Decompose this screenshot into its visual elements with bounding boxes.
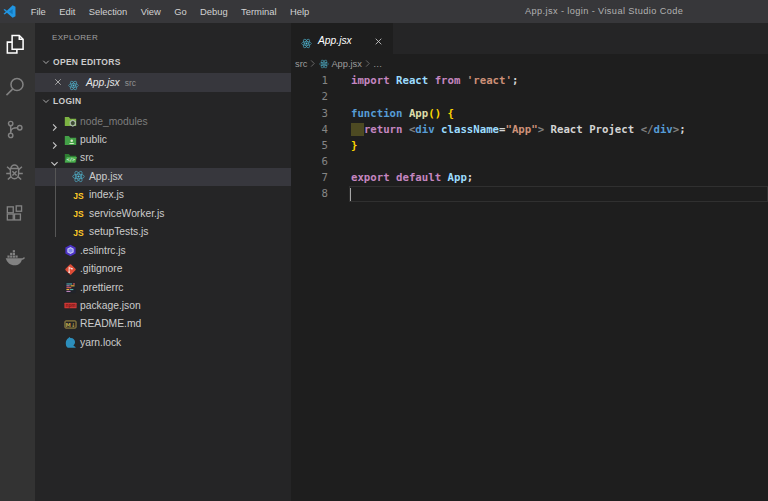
tree-item-label: node_modules [80,113,148,131]
code-token-tag: div [415,123,434,136]
folder-public-icon [64,134,77,147]
chevron-right-icon [50,118,59,127]
menu-view[interactable]: View [134,0,168,23]
folder-src-open-icon: </> [64,152,77,165]
code-token-pln: ; [679,123,685,136]
breadcrumb-item[interactable]: … [373,59,382,69]
tree-item-package-json[interactable]: npm package.json [35,297,291,315]
tree-indent-guide [55,168,56,237]
sidebar-explorer: EXPLORER OPEN EDITORS App.jsx src LOGIN [35,23,291,501]
menu-go[interactable]: Go [168,0,194,23]
code-token-kw: return [364,123,403,136]
code-editor[interactable]: 1import React from 'react';23function Ap… [291,73,768,500]
tab-appjsx[interactable]: App.jsx [291,23,393,54]
breadcrumb-item[interactable]: src [295,59,307,69]
tree-item-app-jsx[interactable]: App.jsx [35,168,291,186]
tree-item-node-modules[interactable]: node_modules [35,113,291,131]
line-number: 4 [291,122,328,138]
editor-group: App.jsx src App.jsx… 1import React from … [291,23,768,501]
code-line-text: function App() { [351,106,454,122]
vscode-window: FileEditSelectionViewGoDebugTerminalHelp… [0,0,768,501]
code-token-brk: } [351,139,357,152]
tree-item-label: package.json [80,297,141,315]
debug-icon[interactable] [4,162,25,183]
menu-help[interactable]: Help [283,0,316,23]
tree-item-label: index.js [89,186,124,204]
breadcrumb-item[interactable]: App.jsx [331,59,362,69]
tree-item-readme-md[interactable]: M↓ README.md [35,315,291,333]
code-token-tag: div [654,123,673,136]
files-icon[interactable] [4,34,25,55]
chevron-down-icon [42,97,50,105]
code-line-7: 7export default App; [291,170,768,186]
breadcrumb-chevron-icon [308,59,317,68]
line-number: 2 [291,89,328,105]
tree-item-index-js[interactable]: JS index.js [35,186,291,204]
code-token-attr: className [441,123,499,136]
open-editors-section-label: OPEN EDITORS [53,57,121,67]
react-icon [301,35,312,46]
code-token-var: App [448,171,467,184]
code-line-text: import React from 'react'; [351,73,518,89]
readme-icon: M↓ [64,318,77,331]
current-line-highlight [349,186,768,202]
tree-item-serviceworker-js[interactable]: JS serviceWorker.js [35,205,291,223]
open-editor-item[interactable]: App.jsx src [35,73,291,92]
tree-item-public[interactable]: public [35,131,291,149]
js-icon: JS [72,207,85,220]
chevron-down-icon [50,154,59,163]
sidebar-title: EXPLORER [52,33,98,42]
code-line-text: return <div className="App"> React Proje… [351,122,686,138]
open-editors-section-header[interactable]: OPEN EDITORS [35,53,291,72]
tree-item-src[interactable]: </> src [35,149,291,167]
code-token-ang: </ [641,123,654,136]
menu-edit[interactable]: Edit [52,0,82,23]
git-icon [64,263,77,276]
code-line-6: 6 [291,154,768,170]
code-token-pln: ; [467,171,473,184]
snippet-tabstop-highlight [351,123,364,136]
tree-item-label: src [80,149,94,167]
source-control-icon[interactable] [4,119,25,140]
code-token-kw: import [351,74,390,87]
svg-text:JS: JS [73,209,84,219]
tree-item-label: .gitignore [80,260,122,278]
folder-section-label: LOGIN [53,96,81,106]
chevron-down-icon [42,58,50,66]
menu-debug[interactable]: Debug [193,0,234,23]
code-token-str: 'react' [467,74,512,87]
tree-item--eslintrc-js[interactable]: .eslintrc.js [35,242,291,260]
folder-node-icon [64,115,77,128]
svg-text:JS: JS [73,228,84,238]
code-line-text: } [351,138,357,154]
tree-item-label: public [80,131,107,149]
tree-item--prettierrc[interactable]: .prettierrc [35,279,291,297]
code-token-pln: ; [512,74,518,87]
menu-terminal[interactable]: Terminal [234,0,283,23]
tree-item-setuptests-js[interactable]: JS setupTests.js [35,223,291,241]
code-line-4: 4 return <div className="App"> React Pro… [291,122,768,138]
code-token-var: React [396,74,428,87]
svg-text:npm: npm [66,304,76,309]
search-icon[interactable] [4,77,25,98]
tree-item--gitignore[interactable]: .gitignore [35,260,291,278]
activity-bar [0,23,35,501]
tree-item-label: README.md [80,315,141,333]
line-number: 5 [291,138,328,154]
close-icon[interactable] [374,37,383,46]
code-token-kw: from [435,74,461,87]
docker-icon[interactable] [4,247,25,268]
extensions-icon[interactable] [4,204,25,225]
code-line-1: 1import React from 'react'; [291,73,768,89]
code-token-kw: default [396,171,441,184]
breadcrumb: src App.jsx… [291,54,768,73]
code-line-text: export default App; [351,170,473,186]
svg-text:JS: JS [73,191,84,201]
menu-selection[interactable]: Selection [82,0,134,23]
line-number: 1 [291,73,328,89]
tree-item-yarn-lock[interactable]: yarn.lock [35,334,291,352]
menu-file[interactable]: File [24,0,52,23]
close-icon[interactable] [54,78,62,86]
folder-section-header[interactable]: LOGIN [35,91,291,110]
tree-item-label: .eslintrc.js [80,242,126,260]
